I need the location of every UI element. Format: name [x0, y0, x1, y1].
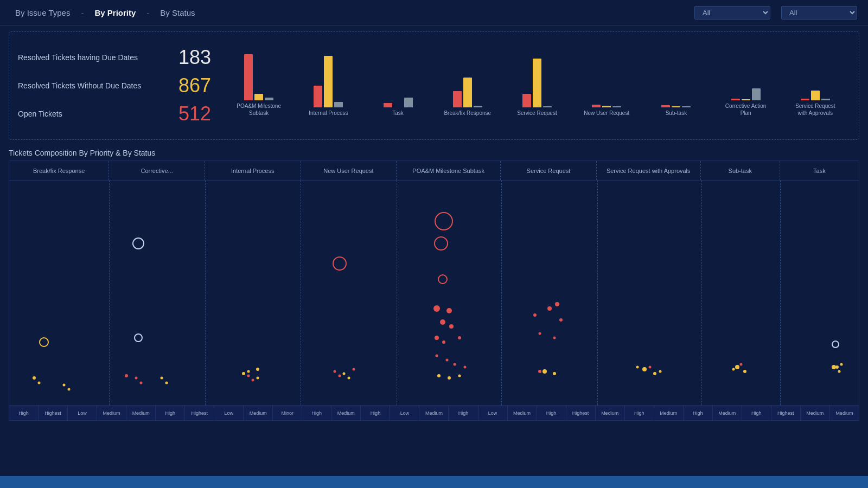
bar-breakfix-yellow — [463, 78, 472, 107]
dot-newuser-5 — [343, 373, 346, 375]
bar-label-internal: Internal Process — [309, 110, 348, 117]
bar-poam-yellow — [254, 94, 263, 100]
dot-newuser-6 — [348, 377, 350, 380]
dot-sr-9 — [538, 370, 541, 373]
bar-internal-red — [314, 86, 322, 107]
bottom-cell-28: Medium — [801, 406, 830, 420]
bottom-cell-2: Highest — [39, 406, 68, 420]
bar-internal-gray — [334, 102, 343, 107]
bar-sra-yellow — [811, 91, 820, 100]
dot-breakfix-2 — [33, 376, 36, 380]
bar-corrective-red — [731, 99, 740, 100]
bar-servicereq-gray — [543, 106, 552, 107]
dot-sra-4 — [648, 365, 651, 368]
bottom-cell-8: Low — [214, 406, 244, 420]
bar-group-internal: Internal Process — [293, 42, 363, 117]
dot-corrective-7 — [165, 381, 168, 384]
bottom-cell-1: High — [9, 406, 39, 420]
bar-label-service-req: Service Request — [517, 110, 557, 117]
bottom-cell-26: High — [742, 406, 771, 420]
dot-corrective-2 — [134, 333, 143, 342]
dot-newuser-2 — [333, 370, 336, 373]
dot-sub-3 — [732, 368, 735, 370]
bar-label-task: Task — [392, 110, 404, 117]
dot-sub-2 — [743, 370, 746, 373]
dot-poam-8 — [435, 336, 439, 340]
dot-internal-6 — [256, 368, 259, 371]
dot-sr-1 — [547, 306, 552, 311]
issue-type-select[interactable]: All — [694, 6, 770, 20]
dot-sub-4 — [740, 363, 743, 366]
stat-row-resolved-without-due: Resolved Tickets Without Due Dates 867 — [18, 74, 224, 97]
dot-sr-8 — [553, 372, 556, 375]
dot-breakfix-1 — [39, 337, 49, 347]
bar-label-service-approvals: Service Requestwith Approvals — [795, 102, 835, 117]
dot-sr-3 — [533, 313, 537, 317]
bar-group-poam: POA&M MilestoneSubtask — [224, 38, 293, 117]
bar-poam-red — [244, 54, 253, 100]
col-header-subtask: Sub-task — [701, 161, 780, 180]
bar-group-task: Task — [363, 42, 432, 117]
dot-sr-2 — [555, 302, 559, 306]
bar-label-new-user: New User Request — [584, 110, 629, 117]
scatter-col-task — [781, 181, 859, 405]
bottom-cell-18: Medium — [508, 406, 537, 420]
bar-corrective-gray — [752, 88, 761, 100]
scatter-col-corrective — [110, 181, 206, 405]
tab-by-issue-types[interactable]: By Issue Types — [11, 6, 74, 20]
dot-poam-17 — [458, 375, 461, 377]
bottom-cell-6: High — [156, 406, 185, 420]
tab-by-priority[interactable]: By Priority — [90, 6, 140, 20]
bar-subtask-yellow — [672, 106, 680, 107]
bar-corrective-yellow — [742, 99, 750, 100]
bottom-cell-11: High — [302, 406, 331, 420]
tab-by-status[interactable]: By Status — [156, 6, 199, 20]
resolved-with-due-label: Resolved Tickets having Due Dates — [18, 53, 170, 62]
dot-corrective-4 — [135, 377, 137, 380]
bottom-cell-19: High — [537, 406, 566, 420]
stat-row-resolved-with-due: Resolved Tickets having Due Dates 183 — [18, 46, 224, 69]
dot-internal-2 — [252, 379, 254, 382]
bar-group-service-approvals: Service Requestwith Approvals — [781, 38, 850, 117]
top-nav: By Issue Types - By Priority - By Status… — [0, 0, 868, 26]
bottom-cell-13: High — [361, 406, 390, 420]
bottom-bar — [0, 476, 868, 488]
dot-task-4 — [838, 370, 841, 373]
col-header-task: Task — [780, 161, 859, 180]
bar-label-poam: POA&M MilestoneSubtask — [237, 102, 281, 117]
scatter-col-poam — [397, 181, 502, 405]
nav-right-controls: All All — [694, 6, 857, 20]
dot-task-5 — [840, 363, 843, 366]
dot-poam-13 — [453, 363, 456, 366]
dot-breakfix-3 — [38, 381, 41, 384]
bar-newuser-yellow — [602, 106, 611, 107]
dot-sub-1 — [735, 365, 739, 369]
bottom-cell-22: High — [625, 406, 654, 420]
dot-corrective-3 — [125, 374, 128, 377]
dot-poam-9 — [442, 341, 445, 344]
bottom-cell-27: Highest — [771, 406, 801, 420]
scatter-header: Break/fix Response Corrective... Interna… — [9, 161, 859, 181]
year-select[interactable]: All — [781, 6, 857, 20]
bar-internal-yellow — [324, 56, 333, 107]
scatter-section-title: Tickets Composition By Priority & By Sta… — [0, 145, 868, 160]
bar-subtask-red — [661, 105, 670, 107]
scatter-col-sra — [598, 181, 703, 405]
bar-sra-red — [801, 99, 809, 100]
bar-task-gray — [404, 98, 413, 107]
resolved-without-due-label: Resolved Tickets Without Due Dates — [18, 81, 170, 90]
bar-task-red — [384, 103, 392, 107]
dot-internal-4 — [257, 377, 259, 380]
bottom-cell-20: Highest — [566, 406, 596, 420]
dot-newuser-1 — [333, 256, 347, 271]
nav-sep-1: - — [81, 8, 84, 17]
dot-internal-1 — [247, 375, 250, 377]
scatter-bottom: High Highest Low Medium Medium High High… — [9, 405, 859, 420]
scatter-body — [9, 181, 859, 405]
bar-group-new-user: New User Request — [572, 42, 641, 117]
summary-bar-chart: POA&M MilestoneSubtask Internal Process … — [224, 38, 850, 133]
bottom-cell-15: Medium — [419, 406, 449, 420]
bar-group-subtask: Sub-task — [641, 42, 711, 117]
bar-label-corrective: Corrective ActionPlan — [725, 102, 767, 117]
dot-sra-3 — [636, 365, 639, 368]
